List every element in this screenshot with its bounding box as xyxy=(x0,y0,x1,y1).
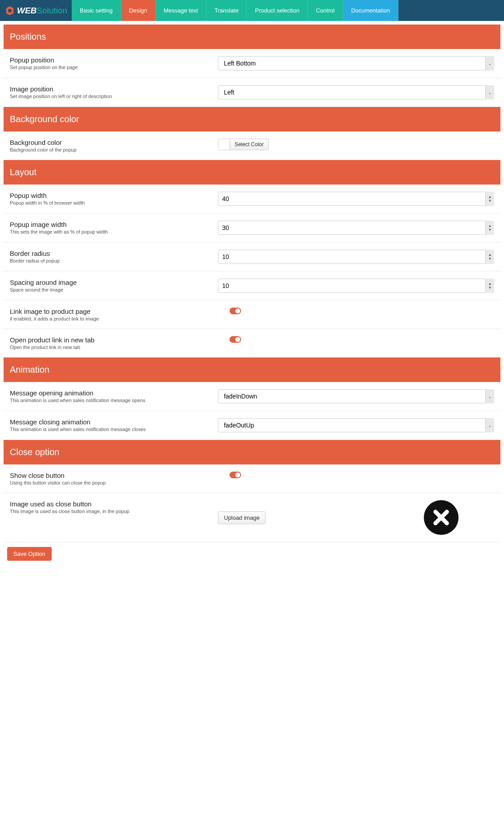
row-new-tab: Open product link in new tab Open the pr… xyxy=(4,329,500,357)
desc-popup-width: Popup width in % of browser width xyxy=(10,200,209,205)
upload-image-button[interactable]: Upload image xyxy=(218,511,265,524)
nav-product-selection[interactable]: Product selection xyxy=(247,0,308,21)
label-link-image: Link image to product page xyxy=(10,308,209,315)
desc-border-radius: Border radius of popup xyxy=(10,258,209,263)
top-bar: WEBSolution Basic setting Design Message… xyxy=(0,0,504,21)
nav-translate[interactable]: Translate xyxy=(207,0,247,21)
nav-basic-setting[interactable]: Basic setting xyxy=(72,0,121,21)
label-popup-width: Popup width xyxy=(10,192,209,199)
row-background-color: Background color Background color of the… xyxy=(4,131,500,160)
input-popup-width[interactable] xyxy=(218,192,494,206)
logo-text-web: WEB xyxy=(17,6,37,16)
close-icon xyxy=(431,508,451,527)
desc-spacing: Space around the image xyxy=(10,287,209,292)
content-area: Positions Popup position Set popup posit… xyxy=(0,21,504,574)
select-open-anim[interactable]: fadeInDown xyxy=(218,389,494,403)
row-close-anim: Message closing animation This animation… xyxy=(4,411,500,440)
label-image-width: Popup image width xyxy=(10,221,209,228)
label-image-position: Image position xyxy=(10,85,209,93)
save-button[interactable]: Save Option xyxy=(7,547,52,561)
label-spacing: Spacing around image xyxy=(10,279,209,286)
row-border-radius: Border radius Border radius of popup ▲▼ xyxy=(4,242,500,271)
input-border-radius[interactable] xyxy=(218,250,494,264)
label-show-close: Show close button xyxy=(10,472,209,479)
row-open-anim: Message opening animation This animation… xyxy=(4,382,500,411)
toggle-new-tab[interactable] xyxy=(229,336,241,343)
row-close-image: Image used as close button This image is… xyxy=(4,493,500,542)
section-background: Background color xyxy=(4,107,500,131)
logo-icon xyxy=(4,5,15,16)
nav-message-text[interactable]: Message text xyxy=(156,0,206,21)
close-icon-preview xyxy=(424,500,459,535)
label-border-radius: Border radius xyxy=(10,250,209,257)
desc-popup-position: Set popup position on the page xyxy=(10,65,209,70)
label-new-tab: Open product link in new tab xyxy=(10,336,209,344)
select-close-anim[interactable]: fadeOutUp xyxy=(218,418,494,432)
desc-background-color: Background color of the popup xyxy=(10,147,209,152)
section-layout: Layout xyxy=(4,160,500,185)
color-swatch xyxy=(218,139,230,150)
desc-new-tab: Open the product link in new tab xyxy=(10,345,209,350)
select-popup-position[interactable]: Left Bottom xyxy=(218,56,494,70)
section-close: Close option xyxy=(4,440,500,464)
toggle-show-close[interactable] xyxy=(229,472,241,478)
desc-image-width: This sets the image with as % of popup w… xyxy=(10,229,209,234)
nav-documentation[interactable]: Documentation xyxy=(343,0,398,21)
desc-show-close: Using this button visitor can close the … xyxy=(10,480,209,485)
desc-open-anim: This animation is used when sales notifi… xyxy=(10,398,209,403)
row-spacing: Spacing around image Space around the im… xyxy=(4,271,500,300)
select-image-position[interactable]: Left xyxy=(218,85,494,99)
svg-point-0 xyxy=(8,9,12,12)
input-spacing[interactable] xyxy=(218,279,494,293)
label-close-anim: Message closing animation xyxy=(10,418,209,426)
row-show-close: Show close button Using this button visi… xyxy=(4,464,500,493)
input-image-width[interactable] xyxy=(218,221,494,235)
row-popup-position: Popup position Set popup position on the… xyxy=(4,49,500,78)
toggle-link-image[interactable] xyxy=(229,308,241,314)
desc-close-anim: This animation is used when sales notifi… xyxy=(10,427,209,432)
row-image-position: Image position Set image position on lef… xyxy=(4,78,500,107)
nav-control[interactable]: Control xyxy=(308,0,343,21)
desc-link-image: if enabled, it adds a product link to im… xyxy=(10,316,209,321)
label-open-anim: Message opening animation xyxy=(10,389,209,397)
label-popup-position: Popup position xyxy=(10,56,209,64)
desc-image-position: Set image position on left or right of d… xyxy=(10,94,209,99)
section-positions: Positions xyxy=(4,25,500,49)
main-nav: Basic setting Design Message text Transl… xyxy=(72,0,398,21)
nav-design[interactable]: Design xyxy=(121,0,156,21)
label-close-image: Image used as close button xyxy=(10,500,209,508)
brand-logo: WEBSolution xyxy=(0,0,72,21)
color-picker-button[interactable]: Select Color xyxy=(218,139,268,150)
section-animation: Animation xyxy=(4,357,500,382)
label-background-color: Background color xyxy=(10,139,209,146)
logo-text-solution: Solution xyxy=(37,6,67,16)
color-picker-label: Select Color xyxy=(230,141,268,148)
desc-close-image: This image is used as close button image… xyxy=(10,509,209,514)
row-link-image: Link image to product page if enabled, i… xyxy=(4,300,500,329)
row-popup-width: Popup width Popup width in % of browser … xyxy=(4,185,500,214)
row-image-width: Popup image width This sets the image wi… xyxy=(4,214,500,242)
